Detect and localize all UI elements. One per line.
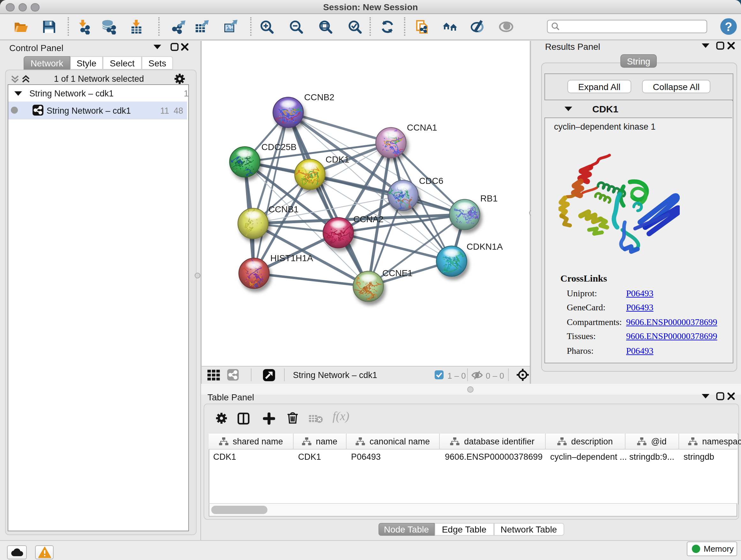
svg-text:CCNB1: CCNB1 bbox=[268, 204, 299, 214]
svg-text:CCNE1: CCNE1 bbox=[382, 268, 413, 278]
svg-text:HIST1H1A: HIST1H1A bbox=[270, 253, 313, 263]
svg-text:CDC6: CDC6 bbox=[419, 176, 443, 186]
svg-text:?: ? bbox=[724, 20, 732, 34]
svg-text:CCNA1: CCNA1 bbox=[407, 123, 437, 132]
svg-text:CDKN1A: CDKN1A bbox=[467, 242, 503, 252]
svg-text:RB1: RB1 bbox=[480, 193, 497, 203]
svg-text:CDC25B: CDC25B bbox=[261, 142, 296, 152]
svg-text:CCNA2: CCNA2 bbox=[353, 214, 384, 224]
svg-text:CDK1: CDK1 bbox=[326, 154, 349, 165]
svg-text:CCNB2: CCNB2 bbox=[304, 92, 334, 102]
